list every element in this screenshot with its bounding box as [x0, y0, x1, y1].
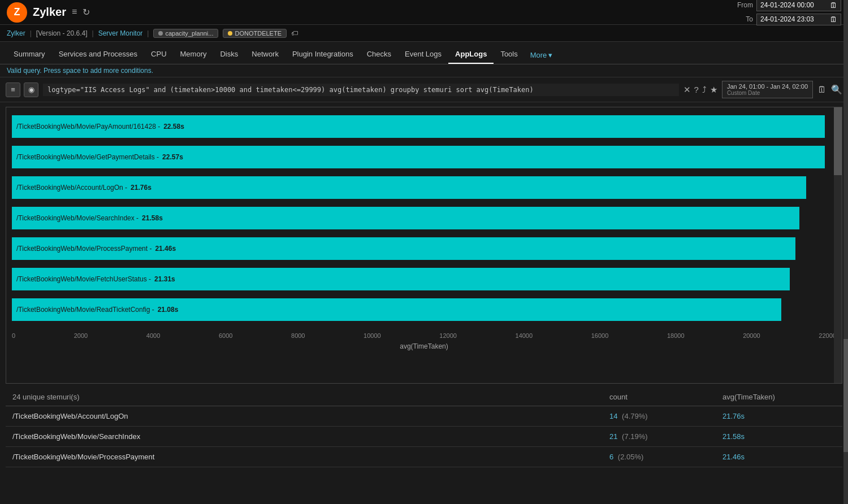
chart-inner: /TicketBookingWeb/Movie/PayAmount/161428… [6, 107, 842, 383]
table-col-count: count [609, 393, 722, 401]
bar-row: /TicketBookingWeb/Movie/ReadTicketConfig… [12, 296, 836, 323]
list-view-icon[interactable]: ≡ [6, 82, 20, 97]
page-scrollbar[interactable] [843, 0, 848, 504]
x-axis-tick: 8000 [291, 332, 305, 339]
tag-capacity[interactable]: capacity_planni... [153, 29, 218, 38]
table-cell-path: /TicketBookingWeb/Movie/ProcessPayment [12, 453, 609, 461]
bar-value: 22.58s [163, 123, 184, 131]
nav-checks[interactable]: Checks [360, 45, 398, 64]
from-date-row: From 24-01-2024 00:00 🗓 [737, 0, 841, 11]
x-axis-tick: 16000 [591, 332, 609, 339]
clear-icon[interactable]: ✕ [683, 85, 691, 95]
search-bar: ≡ ◉ ✕ ? ⤴ ★ Jan 24, 01:00 - Jan 24, 02:0… [0, 77, 848, 102]
date-range-line2: Custom Date [727, 90, 808, 96]
table-cell-avg: 21.58s [722, 432, 836, 441]
table-container: 24 unique stemuri(s) count avg(TimeTaken… [6, 388, 842, 467]
bar-fill: /TicketBookingWeb/Movie/ReadTicketConfig… [12, 298, 781, 321]
tag-donotdelete-dot [228, 31, 232, 36]
table-cell-avg: 21.46s [722, 453, 836, 461]
to-date-value: 24-01-2024 23:03 [760, 15, 814, 23]
from-label: From [737, 1, 753, 9]
nav-plugin[interactable]: Plugin Integrations [285, 45, 360, 64]
nav-memory[interactable]: Memory [174, 45, 214, 64]
nav-applogs[interactable]: AppLogs [448, 45, 494, 64]
bar-fill: /TicketBookingWeb/Account/LogOn - 21.76s [12, 176, 806, 199]
x-axis-tick: 10000 [364, 332, 381, 339]
query-hint: Valid query. Press space to add more con… [0, 64, 848, 77]
table-header: 24 unique stemuri(s) count avg(TimeTaken… [6, 388, 842, 406]
date-range-badge[interactable]: Jan 24, 01:00 - Jan 24, 02:00 Custom Dat… [722, 81, 813, 98]
from-calendar-icon[interactable]: 🗓 [830, 1, 837, 10]
nav-summary[interactable]: Summary [7, 45, 52, 64]
star-icon[interactable]: ★ [710, 85, 717, 95]
x-axis-tick: 0 [12, 332, 15, 339]
x-axis-title: avg(TimeTaken) [12, 340, 836, 350]
to-label: To [737, 15, 753, 23]
tag-dot [158, 31, 163, 36]
tag-icon[interactable]: 🏷 [291, 29, 298, 37]
x-axis-tick: 4000 [146, 332, 160, 339]
nav-more[interactable]: More ▾ [525, 46, 559, 64]
x-axis-tick: 20000 [743, 332, 760, 339]
bar-row: /TicketBookingWeb/Movie/GetPaymentDetail… [12, 144, 836, 171]
x-axis-tick: 18000 [667, 332, 685, 339]
page-scrollbar-thumb[interactable] [843, 339, 848, 452]
refresh-icon[interactable]: ↻ [83, 7, 90, 18]
tag-capacity-label: capacity_planni... [165, 30, 213, 37]
calendar-picker-icon[interactable]: 🗓 [817, 85, 827, 95]
chart-scrollbar-track[interactable] [834, 107, 842, 383]
x-axis: 0200040006000800010000120001400016000180… [12, 329, 836, 340]
bar-label: /TicketBookingWeb/Movie/GetPaymentDetail… [16, 153, 159, 161]
bar-fill: /TicketBookingWeb/Movie/GetPaymentDetail… [12, 146, 825, 168]
to-date-input[interactable]: 24-01-2024 23:03 🗓 [756, 14, 841, 25]
bar-value: 21.46s [155, 245, 176, 253]
pie-chart-icon[interactable]: ◉ [24, 82, 38, 97]
table-cell-count: 6 (2.05%) [609, 453, 722, 461]
app-name: Zylker [33, 6, 66, 19]
search-magnifier-icon[interactable]: 🔍 [831, 84, 842, 95]
bar-row: /TicketBookingWeb/Movie/PayAmount/161428… [12, 113, 836, 140]
to-calendar-icon[interactable]: 🗓 [830, 15, 837, 24]
bar-label: /TicketBookingWeb/Movie/ReadTicketConfig… [16, 306, 154, 314]
nav-network[interactable]: Network [245, 45, 285, 64]
bars-area: /TicketBookingWeb/Movie/PayAmount/161428… [12, 113, 836, 329]
bar-label: /TicketBookingWeb/Movie/PayAmount/161428… [16, 123, 160, 131]
app-logo[interactable]: Z [7, 2, 27, 23]
nav-services[interactable]: Services and Processes [52, 45, 144, 64]
tag-donotdelete-label: DONOTDELETE [235, 30, 282, 37]
bar-row: /TicketBookingWeb/Movie/FetchUserStatus … [12, 266, 836, 293]
breadcrumb-server-monitor[interactable]: Server Monitor [98, 29, 143, 37]
query-input[interactable] [43, 84, 679, 96]
nav-more-label: More [530, 51, 547, 59]
bar-value: 21.31s [154, 275, 175, 283]
bar-label: /TicketBookingWeb/Movie/FetchUserStatus … [16, 275, 151, 283]
x-axis-tick: 14000 [516, 332, 533, 339]
breadcrumb-bar: Zylker | [Version - 20.6.4] | Server Mon… [0, 25, 848, 42]
help-icon[interactable]: ? [694, 85, 699, 94]
bar-label: /TicketBookingWeb/Movie/SearchIndex - [16, 214, 139, 222]
menu-icon[interactable]: ≡ [72, 7, 77, 18]
nav-disks[interactable]: Disks [213, 45, 245, 64]
table-col-avg: avg(TimeTaken) [722, 393, 836, 401]
table-row: /TicketBookingWeb/Movie/SearchIndex21 (7… [6, 427, 842, 447]
chart-scrollbar-thumb[interactable] [834, 107, 842, 175]
nav-cpu[interactable]: CPU [144, 45, 173, 64]
bar-fill: /TicketBookingWeb/Movie/FetchUserStatus … [12, 268, 790, 290]
table-cell-count: 21 (7.19%) [609, 432, 722, 441]
bar-row: /TicketBookingWeb/Movie/ProcessPayment -… [12, 235, 836, 262]
tag-donotdelete[interactable]: DONOTDELETE [223, 29, 287, 38]
from-date-input[interactable]: 24-01-2024 00:00 🗓 [756, 0, 841, 11]
table-row: /TicketBookingWeb/Account/LogOn14 (4.79%… [6, 406, 842, 427]
nav-eventlogs[interactable]: Event Logs [398, 45, 448, 64]
bar-label: /TicketBookingWeb/Movie/ProcessPayment - [16, 245, 152, 253]
breadcrumb-version: [Version - 20.6.4] [36, 29, 88, 37]
nav-tools[interactable]: Tools [494, 45, 524, 64]
bar-row: /TicketBookingWeb/Movie/SearchIndex - 21… [12, 205, 836, 232]
table-cell-count: 14 (4.79%) [609, 412, 722, 420]
share-icon[interactable]: ⤴ [702, 85, 707, 94]
breadcrumb-zylker[interactable]: Zylker [7, 29, 25, 37]
top-bar-icons: ≡ ↻ [72, 7, 90, 18]
bar-value: 21.58s [142, 214, 163, 222]
bar-value: 21.08s [158, 306, 179, 314]
bar-value: 22.57s [162, 153, 183, 161]
